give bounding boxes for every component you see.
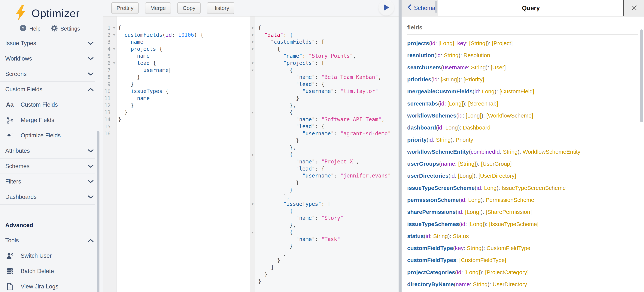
arg-type-link[interactable]: [String]	[458, 161, 476, 167]
field-name-link[interactable]: sharePermissions	[407, 209, 456, 215]
fold-arrow-icon[interactable]: ▾	[250, 153, 255, 157]
arg-type-link[interactable]: String	[473, 281, 488, 288]
arg-type-link[interactable]: String	[471, 64, 486, 71]
sidebar-item-attributes[interactable]: Attributes	[0, 143, 100, 159]
arg-type-link[interactable]: [String]	[469, 40, 487, 46]
return-type-link[interactable]: PermissionScheme	[486, 197, 534, 203]
fold-arrow-icon[interactable]: ▾	[112, 33, 116, 37]
field-name-link[interactable]: workflowSchemeEntity	[407, 149, 469, 155]
field-name-link[interactable]: searchUsers	[407, 64, 441, 71]
query-editor[interactable]: { customFields(id: 10106) { name project…	[117, 16, 250, 292]
field-name-link[interactable]: resolution	[407, 52, 434, 58]
field-name-link[interactable]: mergeableCustomFields	[407, 88, 472, 95]
sidebar-item-screens[interactable]: Screens	[0, 66, 100, 82]
help-button[interactable]: ? Help	[20, 24, 40, 33]
fold-arrow-icon[interactable]: ▾	[250, 61, 255, 65]
return-type-link[interactable]: IssueTypeScreenScheme	[502, 185, 566, 191]
field-name-link[interactable]: projects	[407, 40, 429, 46]
field-name-link[interactable]: customFieldTypes	[407, 257, 456, 263]
fold-arrow-icon[interactable]: ▾	[250, 68, 255, 72]
return-type-link[interactable]: [UserGroup]	[481, 161, 512, 167]
arg-type-link[interactable]: String	[433, 233, 448, 239]
sidebar-item-custom-fields[interactable]: Custom Fields	[0, 82, 100, 97]
return-type-link[interactable]: [CustomField]	[500, 88, 534, 95]
return-type-link[interactable]: [SharePermission]	[486, 209, 532, 215]
toolbar-merge-button[interactable]: Merge	[145, 2, 171, 14]
field-name-link[interactable]: priorities	[407, 76, 431, 83]
arg-type-link[interactable]: Long	[468, 197, 481, 203]
arg-type-link[interactable]: String	[467, 245, 482, 251]
arg-type-link[interactable]: [Long]	[466, 112, 481, 119]
fold-arrow-icon[interactable]: ▾	[250, 47, 255, 51]
field-name-link[interactable]: workflowSchemes	[407, 112, 456, 119]
arg-type-link[interactable]: String	[444, 52, 458, 58]
arg-type-link[interactable]: [Long]	[464, 269, 480, 276]
sidebar-item-filters[interactable]: Filters	[0, 174, 100, 189]
return-type-link[interactable]: Dashboard	[463, 124, 490, 131]
sidebar-item-merge-fields[interactable]: Merge Fields	[0, 112, 100, 128]
arg-type-link[interactable]: [String]	[440, 76, 458, 83]
execute-query-button[interactable]	[379, 0, 394, 15]
return-type-link[interactable]: UserDirectory	[492, 281, 527, 288]
return-type-link[interactable]: [Project]	[492, 40, 513, 46]
return-type-link[interactable]: Status	[453, 233, 469, 239]
field-name-link[interactable]: issueTypeSchemes	[407, 221, 459, 227]
arg-type-link[interactable]: [Long]	[468, 221, 484, 227]
sidebar-item-issue-types[interactable]: Issue Types	[0, 36, 100, 51]
fold-arrow-icon[interactable]: ▾	[250, 230, 255, 235]
fold-arrow-icon[interactable]: ▾	[250, 33, 255, 37]
return-type-link[interactable]: [Priority]	[464, 76, 484, 83]
sidebar-item-tools[interactable]: Tools	[0, 233, 100, 248]
sidebar-item-view-jira-logs[interactable]: View Jira Logs	[0, 279, 100, 292]
return-type-link[interactable]: [UserDirectory]	[478, 173, 516, 179]
field-name-link[interactable]: userGroups	[407, 161, 439, 167]
arg-type-link[interactable]: String	[503, 149, 518, 155]
doc-panel-scrollbar-thumb[interactable]	[640, 29, 643, 122]
fold-arrow-icon[interactable]: ▾	[112, 61, 116, 65]
arg-type-link[interactable]: [Long]	[458, 173, 474, 179]
header-scrollbar-thumb[interactable]	[435, 1, 438, 13]
schema-back-button[interactable]: Schema	[402, 0, 438, 16]
field-name-link[interactable]: dashboard	[407, 124, 436, 131]
field-name-link[interactable]: permissionScheme	[407, 197, 459, 203]
return-type-link[interactable]: [WorkflowScheme]	[486, 112, 533, 119]
field-name-link[interactable]: directoryByName	[407, 281, 454, 288]
return-type-link[interactable]: Resolution	[464, 52, 490, 58]
sidebar-item-optimize-fields[interactable]: Optimize Fields	[0, 128, 100, 143]
arg-type-link[interactable]: [Long]	[448, 100, 463, 107]
arg-type-link[interactable]: [Long]	[438, 40, 454, 46]
arg-type-link[interactable]: [Long]	[465, 209, 481, 215]
fold-arrow-icon[interactable]: ▾	[112, 47, 116, 51]
field-name-link[interactable]: customFieldType	[407, 245, 453, 251]
sidebar-item-dashboards[interactable]: Dashboards	[0, 189, 100, 205]
toolbar-copy-button[interactable]: Copy	[177, 2, 200, 14]
sidebar-item-custom-fields[interactable]: AaCustom Fields	[0, 97, 100, 112]
sidebar-item-batch-delete[interactable]: Batch Delete	[0, 264, 100, 279]
fold-arrow-icon[interactable]: ▾	[250, 26, 255, 30]
return-type-link[interactable]: Priority	[456, 137, 473, 143]
arg-type-link[interactable]: String	[436, 137, 450, 143]
field-name-link[interactable]: screenTabs	[407, 100, 438, 107]
return-type-link[interactable]: [CustomFieldType]	[459, 257, 506, 263]
field-name-link[interactable]: status	[407, 233, 424, 239]
fold-arrow-icon[interactable]: ▾	[250, 40, 255, 44]
sidebar-item-switch-user[interactable]: Switch User	[0, 248, 100, 264]
field-name-link[interactable]: projectCategories	[407, 269, 455, 276]
fold-arrow-icon[interactable]: ▾	[112, 26, 116, 30]
toolbar-prettify-button[interactable]: Prettify	[111, 2, 139, 14]
return-type-link[interactable]: CustomFieldType	[486, 245, 530, 251]
return-type-link[interactable]: [ProjectCategory]	[485, 269, 528, 276]
panel-resize-divider[interactable]	[398, 0, 402, 292]
arg-type-link[interactable]: Long	[445, 124, 458, 131]
field-name-link[interactable]: priority	[407, 137, 426, 143]
arg-type-link[interactable]: Long	[484, 185, 497, 191]
sidebar-item-workflows[interactable]: Workflows	[0, 51, 100, 66]
close-doc-panel-button[interactable]	[623, 0, 644, 16]
fold-arrow-icon[interactable]: ▾	[250, 110, 255, 114]
return-type-link[interactable]: [User]	[491, 64, 506, 71]
return-type-link[interactable]: [IssueTypeScheme]	[489, 221, 538, 227]
sidebar-scrollbar-thumb[interactable]	[97, 131, 100, 292]
arg-type-link[interactable]: Long	[482, 88, 494, 95]
field-name-link[interactable]: userDirectories	[407, 173, 448, 179]
return-type-link[interactable]: WorkflowSchemeEntity	[522, 149, 580, 155]
